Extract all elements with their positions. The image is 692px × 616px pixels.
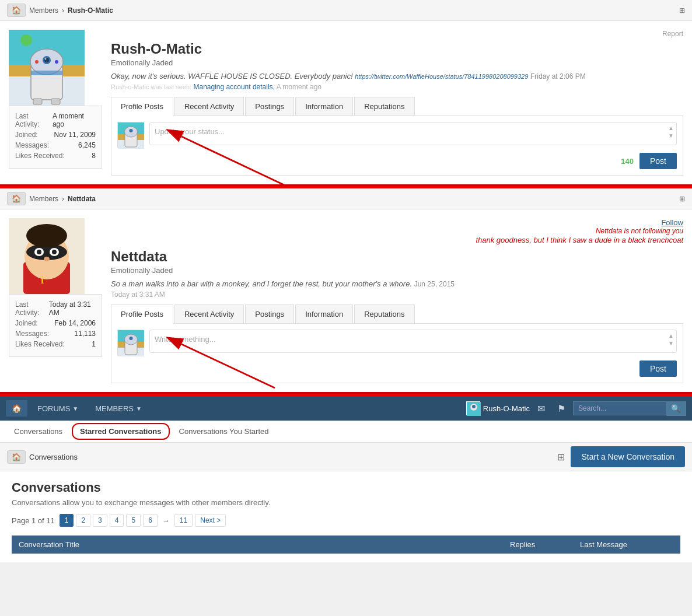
post-button-1[interactable]: Post [639, 153, 677, 169]
messages-value-2: 11,113 [74, 330, 96, 338]
joined-label-2: Joined: [15, 319, 38, 327]
new-conversation-button[interactable]: Start a New Conversation [571, 446, 685, 467]
profile-info-col-2: Follow Nettdata is not following you tha… [111, 218, 683, 383]
scroll-up-1[interactable]: ▲ [668, 125, 674, 131]
nav-forums[interactable]: FORUMS ▼ [30, 396, 85, 421]
post-area-2: Write something... ▲ ▼ [111, 324, 683, 383]
breadcrumb-members-2[interactable]: Members [29, 195, 58, 203]
conv-breadcrumb: 🏠 Conversations ⊞ Start a New Conversati… [0, 443, 692, 471]
page-next-btn[interactable]: Next > [195, 514, 226, 527]
tab-profile-posts-1[interactable]: Profile Posts [111, 97, 173, 116]
messages-label-1: Messages: [15, 141, 49, 149]
action-time-2: Today at 3:31 AM [111, 290, 165, 299]
members-chevron: ▼ [136, 405, 142, 412]
follow-note-2: Nettdata is not following you [476, 227, 683, 235]
page-btn-4[interactable]: 4 [110, 514, 124, 527]
forum-search-button[interactable]: 🔍 [666, 401, 686, 416]
action-link-1[interactable]: Managing account details, [194, 83, 275, 91]
status-text-1: Okay, now it's serious. WAFFLE HOUSE IS … [111, 72, 353, 80]
profile-section-2: 🏠 Members › Nettdata ⊞ [0, 188, 692, 394]
col-title: Conversation Title [19, 540, 510, 549]
scroll-up-2[interactable]: ▲ [668, 332, 674, 339]
tab-profile-posts-2[interactable]: Profile Posts [111, 304, 173, 324]
conv-desc: Conversations allow you to exchange mess… [12, 498, 680, 507]
report-link-1[interactable]: Report [662, 30, 683, 38]
flag-icon-btn[interactable]: ⚑ [553, 400, 570, 418]
org-icon-1: ⊞ [679, 6, 685, 15]
tab-recent-activity-1[interactable]: Recent Activity [174, 97, 244, 116]
home-button-2[interactable]: 🏠 [7, 192, 26, 205]
page-btn-3[interactable]: 3 [93, 514, 107, 527]
mail-icon-btn[interactable]: ✉ [533, 400, 550, 418]
scroll-arrows-2: ▲ ▼ [668, 332, 674, 346]
subnav-starred[interactable]: Starred Conversations [72, 423, 169, 440]
svg-rect-11 [33, 99, 42, 104]
last-activity-label-2: Last Activity: [15, 300, 49, 317]
svg-point-27 [37, 250, 41, 254]
forum-home-button[interactable]: 🏠 [6, 400, 27, 416]
subnav-conversations[interactable]: Conversations [6, 421, 71, 442]
profile-title-1: Emotionally Jaded [111, 58, 683, 67]
status-text-2: So a man walks into a bar with a monkey,… [111, 279, 412, 288]
post-status-input-1[interactable]: Update your status... [149, 122, 677, 145]
tab-information-1[interactable]: Information [295, 97, 353, 116]
avatar-svg-1 [9, 30, 85, 106]
stats-row-messages-2: Messages: 11,113 [15, 330, 96, 338]
home-button-1[interactable]: 🏠 [7, 4, 26, 17]
conv-main: Conversations Conversations allow you to… [0, 471, 692, 562]
tab-recent-activity-2[interactable]: Recent Activity [174, 304, 244, 323]
char-count-1: 140 [621, 157, 634, 166]
mini-avatar-svg-2 [118, 330, 144, 356]
stats-row-last-activity-1: Last Activity: A moment ago [15, 112, 96, 128]
post-mini-avatar-2 [117, 330, 144, 356]
profile-name-2: Nettdata [111, 249, 683, 265]
tab-reputations-2[interactable]: Reputations [354, 304, 414, 323]
profile-avatar-col-2: i Last Activity: Today at 3:31 AM Joined… [9, 218, 102, 383]
forum-user-avatar [466, 401, 480, 415]
follow-link-2[interactable]: Follow [476, 218, 683, 227]
conv-pagination: Page 1 of 11 1 2 3 4 5 6 → 11 Next > [12, 514, 680, 527]
page-btn-5[interactable]: 5 [126, 514, 141, 527]
tab-postings-1[interactable]: Postings [245, 97, 294, 116]
breadcrumb-username-2: Nettdata [68, 195, 96, 203]
nav-members[interactable]: MEMBERS ▼ [88, 396, 149, 421]
joined-label-1: Joined: [15, 131, 38, 139]
post-bottom-row-1: 140 Post [117, 153, 677, 169]
post-placeholder-1: Update your status... [155, 127, 225, 136]
scroll-arrows-1: ▲ ▼ [668, 125, 674, 139]
page-btn-11[interactable]: 11 [174, 514, 193, 527]
annotation-2: thank goodness, but I think I saw a dude… [476, 235, 683, 246]
stats-row-last-activity-2: Last Activity: Today at 3:31 AM [15, 300, 96, 317]
page-btn-1[interactable]: 1 [60, 514, 74, 527]
conv-breadcrumb-page: Conversations [29, 453, 78, 461]
profile-tabs-1: Profile Posts Recent Activity Postings I… [111, 97, 683, 116]
svg-point-13 [20, 34, 32, 46]
page-btn-2[interactable]: 2 [76, 514, 90, 527]
breadcrumb-username-1: Rush-O-Matic [68, 6, 113, 15]
stats-row-likes-1: Likes Received: 8 [15, 152, 96, 160]
forum-search-input[interactable] [573, 401, 666, 415]
profile-avatar-1 [9, 30, 85, 106]
post-button-2[interactable]: Post [639, 360, 677, 377]
breadcrumb-members-1[interactable]: Members [29, 6, 58, 15]
conv-home-button[interactable]: 🏠 [7, 450, 26, 464]
scroll-down-2[interactable]: ▼ [668, 340, 674, 346]
svg-point-8 [45, 58, 47, 60]
post-mini-avatar-1 [117, 122, 144, 148]
page-btn-6[interactable]: 6 [143, 514, 158, 527]
forums-chevron: ▼ [72, 405, 78, 412]
tab-information-2[interactable]: Information [295, 304, 353, 323]
svg-point-19 [130, 129, 133, 132]
status-time-1: Friday at 2:06 PM [530, 72, 586, 80]
scroll-down-1[interactable]: ▼ [668, 132, 674, 139]
status-link-1[interactable]: https://twitter.com/WaffleHouse/status/7… [355, 73, 528, 80]
post-write-input-2[interactable]: Write something... [149, 330, 677, 353]
tab-reputations-1[interactable]: Reputations [354, 97, 414, 116]
post-area-1: Update your status... ▲ ▼ [111, 116, 683, 176]
stats-row-joined-1: Joined: Nov 11, 2009 [15, 131, 96, 139]
last-activity-value-1: A moment ago [53, 112, 96, 128]
forums-label: FORUMS [37, 404, 70, 413]
tab-postings-2[interactable]: Postings [245, 304, 294, 323]
post-input-row-1: Update your status... ▲ ▼ [117, 122, 677, 148]
subnav-started[interactable]: Conversations You Started [171, 421, 277, 442]
